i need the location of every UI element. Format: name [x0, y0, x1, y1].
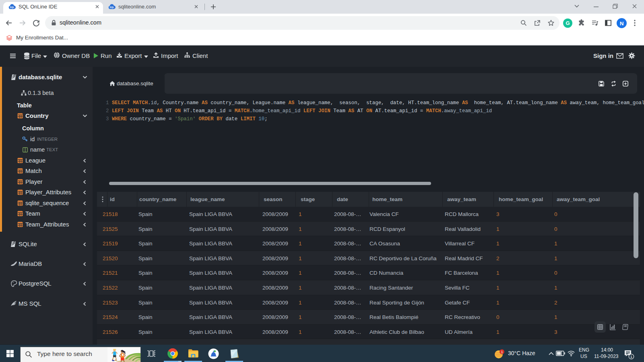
svg-text:1: 1: [501, 350, 503, 354]
svg-text:1: 1: [630, 354, 632, 359]
